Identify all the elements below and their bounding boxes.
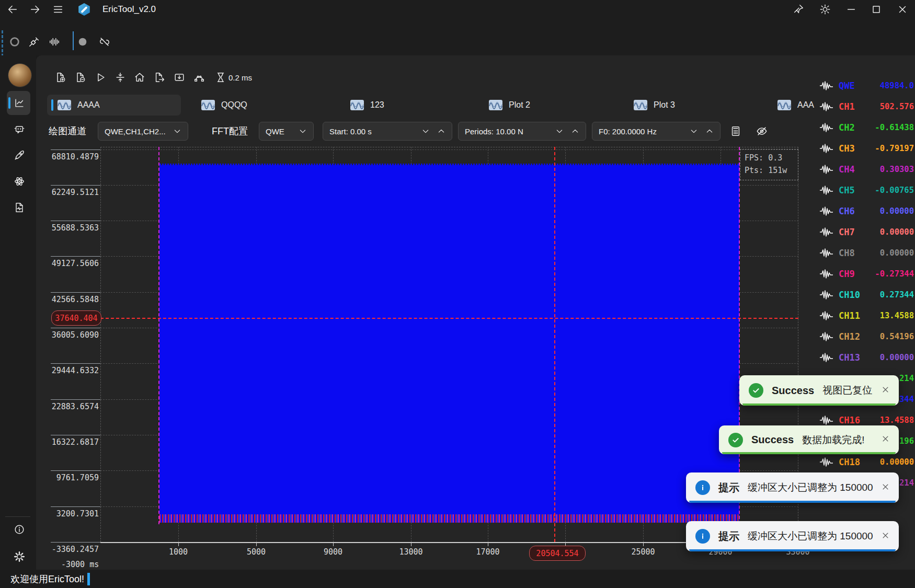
gear-icon[interactable] — [14, 551, 25, 562]
record-dot-icon[interactable] — [77, 36, 88, 48]
home-icon[interactable] — [134, 72, 145, 83]
hourglass-icon[interactable] — [215, 72, 226, 83]
channel-wave-icon — [819, 352, 834, 365]
x-tick-mark — [333, 542, 334, 546]
channel-row-ch6[interactable]: CH60.00000 — [784, 205, 915, 217]
channel-wave-icon — [819, 269, 834, 281]
chevron-down-icon — [555, 127, 564, 135]
channel-row-ch2[interactable]: CH2-0.61438 — [784, 121, 915, 134]
channel-row-ch1[interactable]: CH1502.576 — [784, 100, 915, 113]
x-tick-mark — [643, 542, 644, 546]
channel-wave-icon — [819, 101, 834, 114]
channel-wave-icon — [819, 80, 834, 93]
file-plus-icon[interactable] — [55, 72, 66, 83]
tab-123[interactable]: 123 — [350, 95, 384, 116]
toast-close-icon[interactable] — [882, 483, 889, 493]
y-tick-line — [51, 399, 100, 400]
channel-value: 13.4588 — [846, 416, 914, 425]
file-minus-icon[interactable] — [75, 72, 86, 83]
channel-value: -0.79197 — [846, 144, 914, 153]
atom-icon[interactable] — [14, 176, 25, 187]
tab-qqqq[interactable]: QQQQ — [201, 95, 247, 116]
plot-channel-dropdown[interactable]: QWE,CH1,CH2... — [98, 122, 188, 141]
theme-sun-icon[interactable] — [819, 4, 831, 15]
doc-pulse-icon[interactable] — [14, 202, 25, 213]
rocket-icon[interactable] — [14, 149, 25, 161]
signal-noise-band — [159, 514, 739, 523]
channel-row-ch8[interactable]: CH80.00000 — [784, 247, 915, 259]
titlebar: EricTool_v2.0 — [0, 0, 915, 19]
channel-value: 0.00000 — [846, 206, 914, 216]
tab-wave-icon — [350, 100, 364, 110]
toolbar-separator — [73, 31, 74, 50]
channel-value: 0.00000 — [846, 457, 914, 467]
menu-icon[interactable] — [52, 4, 64, 15]
channel-wave-icon — [819, 185, 834, 198]
x-tick-label: 17000 — [464, 547, 511, 557]
tab-selected-indicator — [51, 99, 53, 111]
fft-dropdown[interactable]: QWE — [259, 122, 314, 141]
app-window: EricTool_v2.0 0.2 ms AAAAQQQQ — [0, 0, 915, 588]
avatar[interactable] — [8, 63, 32, 87]
pin-icon[interactable] — [793, 4, 804, 15]
toast-close-icon[interactable] — [882, 386, 889, 396]
channel-row-ch5[interactable]: CH5-0.00765 — [784, 184, 915, 197]
signal-waveform[interactable] — [159, 165, 739, 523]
toast-title: Success — [772, 385, 814, 397]
chevron-down-icon — [690, 127, 698, 135]
toast-close-icon[interactable] — [882, 435, 889, 445]
channel-row-ch16[interactable]: CH1613.4588 — [784, 414, 915, 426]
tab-wave-icon — [634, 100, 647, 110]
tab-aaaa[interactable]: AAAA — [58, 95, 100, 116]
channel-row-ch11[interactable]: CH1113.4588 — [784, 309, 915, 322]
chevron-up-icon — [437, 127, 445, 135]
toast-message: 缓冲区大小已调整为 150000 — [748, 481, 873, 494]
play-icon[interactable] — [95, 72, 106, 83]
toast-info: 提示缓冲区大小已调整为 150000 — [686, 472, 899, 503]
crosshair-horizontal — [100, 318, 798, 319]
close-icon[interactable] — [897, 4, 908, 15]
circle-icon[interactable] — [9, 36, 20, 48]
y-tick-line — [51, 292, 100, 293]
channel-value: -0.27344 — [846, 269, 914, 279]
periods-spinner[interactable]: Periods: 10.00 N — [458, 122, 586, 141]
link-off-icon[interactable] — [99, 36, 110, 48]
channel-row-ch10[interactable]: CH100.27344 — [784, 289, 915, 301]
channel-value: 48984.0 — [846, 81, 914, 90]
f0-spinner[interactable]: F0: 200.0000 Hz — [592, 122, 720, 141]
minimize-icon[interactable] — [845, 4, 857, 15]
connector-icon[interactable] — [28, 36, 40, 48]
start-spinner[interactable]: Start: 0.00 s — [323, 122, 452, 141]
waveform-bars-icon[interactable] — [49, 36, 60, 48]
toast-close-icon[interactable] — [882, 532, 889, 541]
channel-row-ch7[interactable]: CH70.00000 — [784, 226, 915, 238]
channel-row-ch18[interactable]: CH180.00000 — [784, 456, 915, 468]
tab-plot-3[interactable]: Plot 3 — [634, 95, 675, 116]
chevron-down-icon — [173, 127, 181, 135]
forward-arrow-icon[interactable] — [29, 4, 41, 15]
toast-title: 提示 — [718, 529, 739, 544]
node-graph-icon[interactable] — [193, 72, 205, 83]
collapse-vertical-icon[interactable] — [115, 72, 126, 83]
calculator-icon[interactable] — [730, 125, 741, 137]
info-icon[interactable] — [14, 524, 25, 535]
maximize-icon[interactable] — [871, 4, 882, 15]
back-arrow-icon[interactable] — [7, 4, 18, 15]
channel-row-ch4[interactable]: CH40.30303 — [784, 163, 915, 176]
eye-off-icon[interactable] — [756, 125, 768, 137]
file-export-icon[interactable] — [154, 72, 165, 83]
info-circle-icon — [695, 529, 710, 544]
channel-row-ch9[interactable]: CH9-0.27344 — [784, 268, 915, 280]
y-tick-line — [51, 435, 100, 435]
channel-row-qwe[interactable]: QWE48984.0 — [784, 79, 915, 92]
channel-value: 0.27344 — [846, 290, 914, 299]
robot-chat-icon[interactable] — [14, 123, 25, 135]
tab-plot-2[interactable]: Plot 2 — [489, 95, 530, 116]
channel-value: 0.54196 — [846, 332, 914, 341]
folder-download-icon[interactable] — [174, 72, 185, 83]
toast-info: 提示缓冲区大小已调整为 150000 — [686, 521, 899, 551]
chart-line-icon[interactable] — [14, 97, 25, 109]
channel-row-ch3[interactable]: CH3-0.79197 — [784, 142, 915, 155]
channel-row-ch13[interactable]: CH130.00000 — [784, 351, 915, 364]
channel-row-ch12[interactable]: CH120.54196 — [784, 330, 915, 343]
